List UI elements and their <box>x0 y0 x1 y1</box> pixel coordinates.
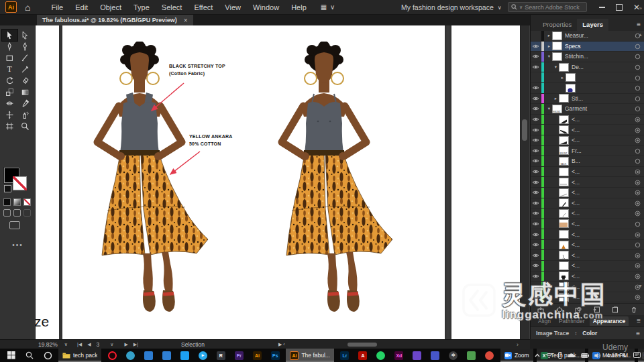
fashion-figure-back[interactable] <box>272 42 406 316</box>
layer-name[interactable]: Garment <box>565 105 632 112</box>
canvas-vertical-scrollbar[interactable] <box>520 25 529 339</box>
layer-name[interactable]: <... <box>572 200 632 206</box>
delete-layer-icon[interactable] <box>631 304 637 316</box>
direct-selection-tool[interactable] <box>17 29 33 41</box>
telegram[interactable]: ▸ <box>195 349 210 362</box>
type-tool[interactable]: T <box>2 64 17 75</box>
layer-thumbnail[interactable] <box>559 230 569 239</box>
fashion-figure-front[interactable] <box>87 42 221 316</box>
layer-thumbnail[interactable] <box>559 272 569 280</box>
make-clipping-mask-icon[interactable] <box>575 304 582 316</box>
gradient-tool[interactable] <box>17 86 33 98</box>
artboard-tool[interactable] <box>2 121 17 132</box>
layer-thumbnail[interactable] <box>559 168 569 176</box>
mini-fill-stroke-icon[interactable] <box>4 185 11 192</box>
visibility-eye-icon[interactable] <box>531 42 541 52</box>
layer-row-item-23[interactable]: <... <box>531 272 644 282</box>
layer-thumbnail[interactable] <box>552 42 562 50</box>
rotate-tool[interactable] <box>2 75 17 86</box>
expand-chevron-icon[interactable]: ▾ <box>546 106 552 111</box>
artboard-partial-left[interactable]: ze <box>36 25 59 339</box>
layer-row-item-4[interactable]: ▸ <box>531 72 644 83</box>
lower-panel-menu-icon[interactable]: ≡ <box>637 317 641 324</box>
whatsapp[interactable] <box>374 349 388 362</box>
eraser-tool[interactable] <box>17 75 33 86</box>
tab-close-icon[interactable]: × <box>184 17 188 24</box>
layer-row-item-19[interactable]: <... <box>531 229 644 240</box>
layer-name[interactable]: <... <box>572 273 632 280</box>
layer-name[interactable]: <... <box>572 252 632 259</box>
visibility-eye-icon[interactable] <box>531 135 541 145</box>
visibility-eye-icon[interactable] <box>531 240 541 250</box>
layer-name[interactable]: <... <box>572 241 632 248</box>
tray-expand-icon[interactable] <box>535 353 540 357</box>
premiere[interactable]: Pr <box>231 349 246 362</box>
pen-tool[interactable] <box>2 41 17 52</box>
new-layer-icon[interactable] <box>612 304 619 316</box>
draw-normal-icon[interactable] <box>3 209 11 217</box>
layer-thumbnail[interactable] <box>559 251 569 259</box>
layer-row-item-20[interactable]: <... <box>531 240 644 251</box>
screen-mode-icon[interactable] <box>9 221 20 229</box>
visibility-eye-icon[interactable] <box>531 125 541 135</box>
layer-thumbnail[interactable] <box>559 293 569 302</box>
wifi-icon[interactable] <box>545 353 553 359</box>
visibility-eye-icon[interactable] <box>531 282 541 292</box>
layer-row-measur-0[interactable]: ▸Measur... <box>531 31 644 42</box>
layer-thumbnail[interactable] <box>559 136 569 145</box>
twitter[interactable] <box>177 349 192 362</box>
gradient-button[interactable] <box>13 198 21 206</box>
layer-thumbnail[interactable]: FRONT <box>559 146 569 155</box>
visibility-eye-icon[interactable] <box>531 229 541 239</box>
layer-name[interactable]: <... <box>572 210 632 217</box>
r-app[interactable]: R <box>213 349 228 362</box>
layer-row-item-13[interactable]: <... <box>531 167 644 178</box>
onedrive-icon[interactable] <box>568 353 576 358</box>
draw-behind-icon[interactable] <box>13 209 21 217</box>
visibility-eye-icon[interactable] <box>531 94 541 104</box>
layer-thumbnail[interactable] <box>552 32 562 40</box>
scale-tool[interactable] <box>2 86 17 98</box>
free-transform-tool[interactable] <box>2 109 17 121</box>
zoom-window[interactable]: Zoom <box>500 349 533 362</box>
visibility-eye-icon[interactable] <box>531 72 541 82</box>
acrobat[interactable]: A <box>356 349 370 362</box>
artboard-main[interactable]: BLACK STRETCHY TOP (Cotton Fabric) YELLO… <box>62 25 445 339</box>
illustrator[interactable]: Ai <box>250 349 264 362</box>
layer-thumbnail[interactable]: BACK <box>559 157 569 166</box>
menu-view[interactable]: View <box>219 3 247 11</box>
layer-row-item-9[interactable]: <... <box>531 125 644 135</box>
visibility-eye-icon[interactable] <box>531 115 541 125</box>
layer-row-item-16[interactable]: <... <box>531 198 644 209</box>
tab-properties[interactable]: Properties <box>537 19 577 31</box>
stroke-swatch-none[interactable] <box>13 176 27 190</box>
visibility-eye-icon[interactable] <box>531 208 541 219</box>
layer-row-sti-6[interactable]: ▸Sti... <box>531 94 644 105</box>
layer-thumbnail[interactable] <box>559 282 569 291</box>
tab-pathfinder[interactable]: Pathfinder <box>555 316 588 326</box>
layer-name[interactable]: <... <box>572 168 632 175</box>
last-artboard-icon[interactable]: ▶| <box>133 342 138 347</box>
visibility-eye-icon[interactable] <box>531 198 541 208</box>
layer-row-item-17[interactable]: <... <box>531 208 644 219</box>
collapse-panels-icon[interactable]: » <box>639 5 641 11</box>
minimize-button[interactable] <box>599 7 605 8</box>
collect-for-export-icon[interactable] <box>537 304 544 316</box>
vertical-scroll-thumb[interactable] <box>522 119 527 141</box>
visibility-eye-icon[interactable] <box>531 62 541 72</box>
layer-thumbnail[interactable] <box>559 188 569 197</box>
artboard-dropdown-icon[interactable]: ∨ <box>110 342 113 347</box>
menu-object[interactable]: Object <box>94 3 127 11</box>
layer-row-stitchin-2[interactable]: ▾Stitchin... <box>531 52 644 62</box>
start-button[interactable] <box>4 349 19 362</box>
visibility-eye-icon[interactable] <box>531 250 541 260</box>
layer-thumbnail[interactable] <box>559 219 569 228</box>
layer-thumbnail[interactable] <box>552 52 562 61</box>
tab-layers[interactable]: Layers <box>577 19 608 31</box>
home-icon[interactable]: ⌂ <box>25 3 30 12</box>
layer-name[interactable]: Specs <box>565 43 632 50</box>
visibility-eye-icon[interactable] <box>531 31 541 41</box>
battery-icon[interactable] <box>581 353 589 358</box>
clock[interactable]: 4:13 PM <box>606 352 628 359</box>
status-arrow-icon[interactable]: ▶ ‹ <box>278 342 285 347</box>
